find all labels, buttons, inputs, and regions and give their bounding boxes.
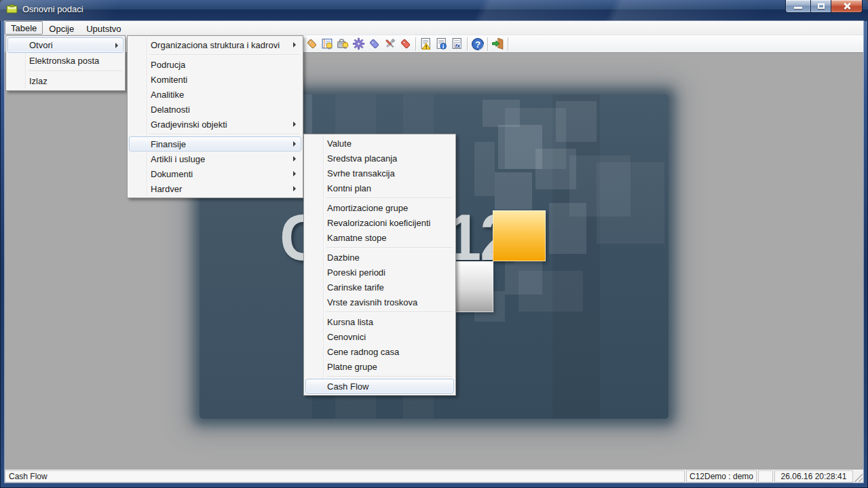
submenu-arrow-icon bbox=[293, 171, 296, 176]
exit-icon[interactable] bbox=[490, 36, 506, 52]
logo-orange-square bbox=[493, 210, 546, 261]
menu-item-cenovnici[interactable]: Cenovnici bbox=[305, 329, 454, 344]
menu-item-sredstva-placanja[interactable]: Sredstva placanja bbox=[305, 151, 454, 166]
menu-separator bbox=[29, 71, 122, 71]
menu-item-finansije[interactable]: Finansije bbox=[129, 136, 301, 151]
help-icon[interactable]: ? bbox=[470, 36, 485, 52]
menu-item-kamatne-stope[interactable]: Kamatne stope bbox=[305, 230, 454, 245]
menubar-item-tabele[interactable]: Tabele bbox=[5, 21, 43, 35]
menu-item-amortizacione-grupe[interactable]: Amortizacione grupe bbox=[305, 200, 454, 215]
menu-otvori-submenu: Organizaciona struktura i kadrovi Podruc… bbox=[127, 35, 303, 198]
status-user: C12Demo : demo bbox=[686, 470, 757, 483]
menu-separator bbox=[326, 312, 453, 312]
status-empty-panel bbox=[758, 470, 773, 483]
menu-item-dokumenti[interactable]: Dokumenti bbox=[129, 166, 301, 181]
tag-orange-icon[interactable] bbox=[304, 36, 320, 52]
menu-separator bbox=[326, 376, 453, 377]
tag-red-icon[interactable] bbox=[398, 36, 413, 52]
window-title: Osnovni podaci bbox=[22, 4, 83, 14]
statusbar: Cash Flow C12Demo : demo 26.06.16 20:28:… bbox=[5, 470, 863, 483]
notebook-lightbulb-icon[interactable] bbox=[320, 36, 335, 52]
menu-item-gradjevinski-objekti[interactable]: Gradjevinski objekti bbox=[129, 117, 301, 132]
menu-separator bbox=[326, 247, 453, 248]
menu-separator bbox=[150, 54, 300, 55]
menu-item-platne-grupe[interactable]: Platne grupe bbox=[305, 359, 454, 374]
menu-item-otvori[interactable]: Otvori bbox=[7, 37, 124, 53]
toolbar-separator bbox=[487, 37, 488, 51]
resize-grip[interactable] bbox=[853, 470, 863, 483]
menubar-item-opcije[interactable]: Opcije bbox=[43, 21, 80, 35]
menu-item-kursna-lista[interactable]: Kursna lista bbox=[305, 314, 454, 329]
application-window: Osnovni podaci Tabele Opcije Uputstvo bbox=[0, 0, 868, 488]
close-icon bbox=[843, 2, 851, 10]
menu-item-poreski-periodi[interactable]: Poreski periodi bbox=[305, 265, 454, 280]
menubar-item-uputstvo[interactable]: Uputstvo bbox=[80, 21, 127, 35]
submenu-arrow-icon bbox=[115, 43, 118, 48]
menu-item-hardver[interactable]: Hardver bbox=[129, 181, 301, 196]
menu-item-elektronska-posta[interactable]: Elektronska posta bbox=[7, 53, 124, 69]
menu-item-podrucja[interactable]: Podrucja bbox=[129, 57, 301, 72]
tools-icon[interactable] bbox=[382, 36, 398, 52]
maximize-button[interactable] bbox=[811, 0, 831, 13]
titlebar: Osnovni podaci bbox=[0, 0, 868, 21]
menu-finansije-submenu: Valute Sredstva placanja Svrhe transakci… bbox=[303, 134, 456, 396]
menu-item-izlaz[interactable]: Izlaz bbox=[7, 73, 124, 89]
menu-separator bbox=[150, 134, 300, 134]
svg-text:?: ? bbox=[474, 39, 480, 49]
tag-blue-icon[interactable] bbox=[366, 36, 382, 52]
menu-item-carinske-tarife[interactable]: Carinske tarife bbox=[305, 280, 454, 295]
close-button[interactable] bbox=[831, 0, 863, 13]
submenu-arrow-icon bbox=[293, 121, 296, 127]
menu-item-organizaciona-struktura[interactable]: Organizaciona struktura i kadrovi bbox=[129, 37, 301, 52]
menu-tabele: Otvori Elektronska posta Izlaz bbox=[5, 35, 126, 91]
app-icon bbox=[6, 3, 18, 15]
document-formula-icon[interactable]: fx bbox=[449, 36, 465, 52]
submenu-arrow-icon bbox=[293, 156, 296, 162]
menu-separator bbox=[326, 198, 453, 198]
document-info-icon[interactable] bbox=[434, 36, 449, 52]
status-message: Cash Flow bbox=[5, 470, 685, 483]
svg-text:fx: fx bbox=[455, 43, 461, 49]
menu-item-cash-flow[interactable]: Cash Flow bbox=[305, 379, 454, 394]
document-warning-icon[interactable] bbox=[418, 36, 434, 52]
menu-item-delatnosti[interactable]: Delatnosti bbox=[129, 102, 301, 117]
submenu-arrow-icon bbox=[293, 42, 296, 48]
menubar: Tabele Opcije Uputstvo bbox=[5, 21, 863, 35]
status-datetime: 26.06.16 20:28:41 bbox=[774, 470, 853, 483]
maximize-icon bbox=[818, 3, 825, 9]
menu-item-komitenti[interactable]: Komitenti bbox=[129, 72, 301, 87]
menu-item-kontni-plan[interactable]: Kontni plan bbox=[305, 181, 454, 195]
menu-item-revalorizacioni-koeficijenti[interactable]: Revalorizacioni koeficijenti bbox=[305, 215, 454, 230]
box-lightbulb-icon[interactable] bbox=[335, 36, 351, 52]
toolbar-separator bbox=[508, 37, 508, 51]
logo-silver-square bbox=[455, 261, 493, 312]
menu-item-svrhe-transakcija[interactable]: Svrhe transakcija bbox=[305, 166, 454, 181]
minimize-icon bbox=[794, 7, 802, 9]
menu-item-valute[interactable]: Valute bbox=[305, 136, 454, 151]
toolbar-separator bbox=[415, 37, 416, 51]
menu-item-analitike[interactable]: Analitike bbox=[129, 87, 301, 102]
minimize-button[interactable] bbox=[785, 0, 811, 13]
submenu-arrow-icon bbox=[293, 186, 296, 191]
submenu-arrow-icon bbox=[293, 141, 296, 147]
menu-item-artikli-i-usluge[interactable]: Artikli i usluge bbox=[129, 151, 301, 166]
gear-icon[interactable] bbox=[351, 36, 366, 52]
menu-item-dazbine[interactable]: Dazbine bbox=[305, 250, 454, 265]
toolbar-separator bbox=[467, 37, 468, 51]
menu-item-cene-radnog-casa[interactable]: Cene radnog casa bbox=[305, 344, 454, 359]
menu-item-vrste-zavisnih-troskova[interactable]: Vrste zavisnih troskova bbox=[305, 295, 454, 309]
